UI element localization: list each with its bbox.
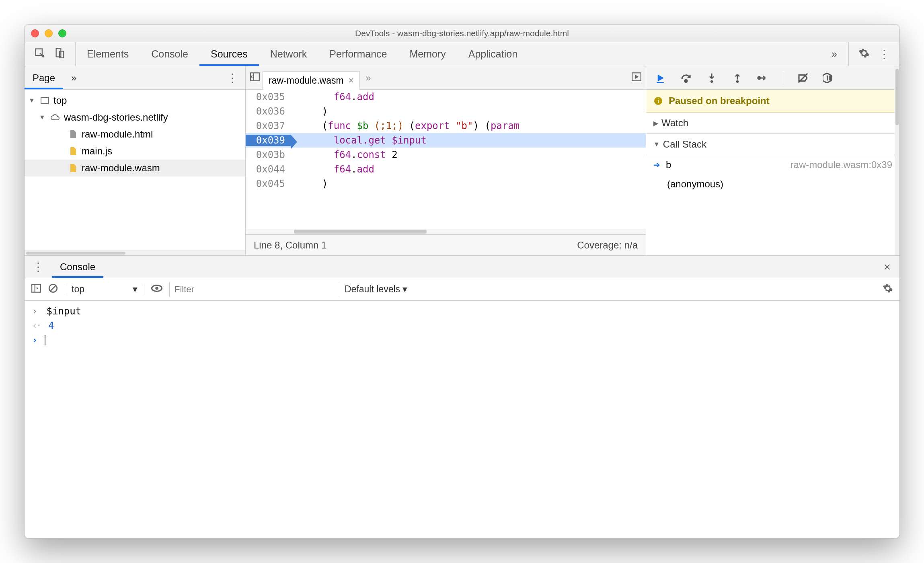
tree-file[interactable]: raw-module.html xyxy=(25,126,245,143)
debugger-scrollbar[interactable] xyxy=(895,66,899,255)
watch-section[interactable]: ▶ Watch xyxy=(646,113,899,134)
svg-point-10 xyxy=(736,80,739,82)
code-line[interactable]: 0x044 f64.add xyxy=(246,162,646,177)
navigator-menu-icon[interactable]: ⋮ xyxy=(227,71,238,84)
svg-point-23 xyxy=(155,287,158,290)
tab-memory[interactable]: Memory xyxy=(398,42,457,66)
paused-banner: Paused on breakpoint xyxy=(646,90,899,113)
svg-rect-13 xyxy=(827,75,828,80)
code-editor[interactable]: 0x035 f64.add0x036 )0x037 (func $b (;1;)… xyxy=(246,90,646,229)
settings-icon[interactable] xyxy=(858,47,870,61)
code-line[interactable]: 0x039 local.get $input xyxy=(246,133,646,148)
console-prompt[interactable]: › xyxy=(25,333,899,347)
navigator-scrollbar[interactable] xyxy=(25,250,245,255)
navigator-tab-page[interactable]: Page xyxy=(25,66,63,89)
line-content: f64.add xyxy=(291,91,374,103)
frame-location: raw-module.wasm:0x39 xyxy=(791,159,892,170)
console-settings-icon[interactable] xyxy=(883,283,893,296)
navigator-overflow[interactable]: » xyxy=(63,66,84,89)
caret-down-icon: ▼ xyxy=(28,97,36,104)
console-filter-input[interactable] xyxy=(169,282,338,297)
drawer-tab-console[interactable]: Console xyxy=(52,256,103,278)
svg-rect-7 xyxy=(657,82,664,83)
toggle-navigator-icon[interactable] xyxy=(250,72,260,84)
svg-line-21 xyxy=(51,286,56,291)
tab-sources[interactable]: Sources xyxy=(199,42,259,66)
resume-icon[interactable] xyxy=(654,72,666,84)
cloud-icon xyxy=(50,112,60,123)
window-title: DevTools - wasm-dbg-stories.netlify.app/… xyxy=(25,29,899,38)
console-toolbar: top ▾ Default levels ▾ xyxy=(25,278,899,301)
editor-tabs-overflow[interactable]: » xyxy=(362,72,374,84)
svg-rect-14 xyxy=(829,75,831,80)
file-icon xyxy=(68,146,78,157)
inspect-icon[interactable] xyxy=(34,47,45,61)
debugger-toolbar xyxy=(646,66,899,90)
line-content: (func $b (;1;) (export "b") (param xyxy=(291,120,519,131)
code-line[interactable]: 0x045 ) xyxy=(246,177,646,191)
run-snippet-icon[interactable] xyxy=(631,72,642,84)
callstack-section[interactable]: ▼ Call Stack xyxy=(646,134,899,155)
navigator-panel: Page » ⋮ ▼ top ▼ wasm-dbg-stories.netlif… xyxy=(25,66,246,255)
line-content: f64.add xyxy=(291,164,374,175)
tree-file[interactable]: raw-module.wasm xyxy=(25,160,245,177)
coverage-status: Coverage: n/a xyxy=(577,240,638,251)
step-out-icon[interactable] xyxy=(731,72,743,84)
svg-point-11 xyxy=(758,76,760,79)
tree-origin[interactable]: ▼ wasm-dbg-stories.netlify xyxy=(25,109,245,126)
live-expression-icon[interactable] xyxy=(151,282,163,296)
tab-console[interactable]: Console xyxy=(140,42,199,66)
caret-down-icon: ▾ xyxy=(133,284,138,295)
tree-file[interactable]: main.js xyxy=(25,143,245,160)
svg-rect-18 xyxy=(32,284,41,292)
device-toggle-icon[interactable] xyxy=(54,47,66,61)
line-address: 0x037 xyxy=(246,120,291,131)
step-over-icon[interactable] xyxy=(680,72,692,84)
svg-point-8 xyxy=(685,80,687,82)
tree-file-label: raw-module.html xyxy=(82,129,153,140)
svg-rect-1 xyxy=(56,48,61,57)
step-icon[interactable] xyxy=(757,72,769,84)
tree-top-label: top xyxy=(53,95,67,106)
drawer-menu-icon[interactable]: ⋮ xyxy=(25,260,52,273)
line-content: f64.const 2 xyxy=(291,149,398,160)
line-address: 0x039 xyxy=(246,135,291,146)
line-content: local.get $input xyxy=(291,135,427,146)
kebab-menu-icon[interactable]: ⋮ xyxy=(879,47,890,61)
step-into-icon[interactable] xyxy=(706,72,718,84)
code-line[interactable]: 0x03b f64.const 2 xyxy=(246,148,646,162)
console-output[interactable]: $input4› xyxy=(25,301,899,505)
devtools-window: DevTools - wasm-dbg-stories.netlify.app/… xyxy=(24,24,900,539)
code-line[interactable]: 0x037 (func $b (;1;) (export "b") (param xyxy=(246,119,646,133)
clear-console-icon[interactable] xyxy=(48,283,58,296)
tree-top-frame[interactable]: ▼ top xyxy=(25,92,245,109)
log-levels-selector[interactable]: Default levels ▾ xyxy=(345,284,407,295)
context-selector[interactable]: top ▾ xyxy=(72,284,144,295)
console-drawer: ⋮ Console × top ▾ Default levels ▾ xyxy=(25,255,899,505)
svg-rect-17 xyxy=(658,99,659,99)
current-frame-icon: ➔ xyxy=(653,160,660,170)
stack-frame[interactable]: (anonymous) xyxy=(646,174,899,194)
stack-frame[interactable]: ➔braw-module.wasm:0x39 xyxy=(646,155,899,174)
pause-exceptions-icon[interactable] xyxy=(823,72,835,84)
tab-network[interactable]: Network xyxy=(259,42,318,66)
code-line[interactable]: 0x035 f64.add xyxy=(246,90,646,104)
editor-panel: raw-module.wasm × » 0x035 f64.add0x036 )… xyxy=(246,66,646,255)
tabs-overflow[interactable]: » xyxy=(820,48,848,60)
drawer-close-icon[interactable]: × xyxy=(875,260,899,274)
editor-scrollbar[interactable] xyxy=(246,229,646,234)
editor-tab-label: raw-module.wasm xyxy=(269,75,344,86)
close-tab-icon[interactable]: × xyxy=(349,75,354,86)
file-icon xyxy=(68,129,78,140)
tab-elements[interactable]: Elements xyxy=(76,42,140,66)
tab-performance[interactable]: Performance xyxy=(318,42,398,66)
editor-tab[interactable]: raw-module.wasm × xyxy=(263,71,360,90)
tab-application[interactable]: Application xyxy=(457,42,529,66)
line-address: 0x03b xyxy=(246,149,291,160)
deactivate-breakpoints-icon[interactable] xyxy=(797,72,809,84)
svg-rect-3 xyxy=(41,97,48,104)
caret-down-icon: ▼ xyxy=(38,114,46,121)
line-content: ) xyxy=(291,178,328,189)
code-line[interactable]: 0x036 ) xyxy=(246,104,646,119)
console-sidebar-toggle-icon[interactable] xyxy=(31,283,41,296)
